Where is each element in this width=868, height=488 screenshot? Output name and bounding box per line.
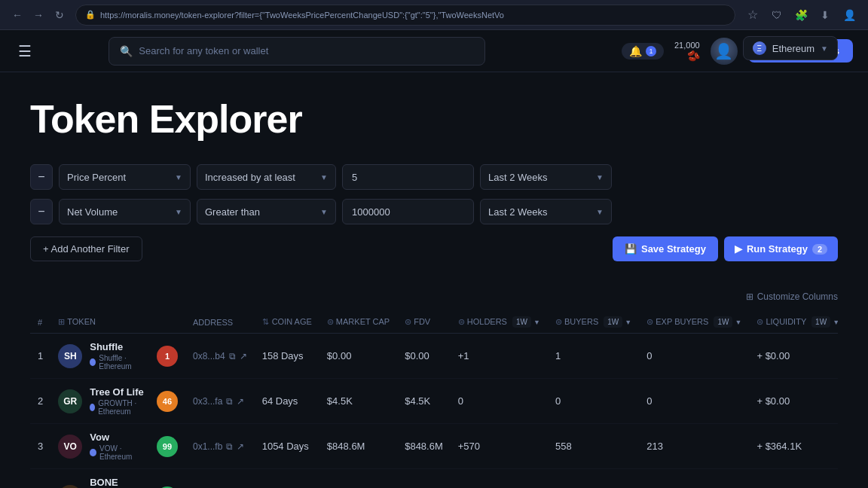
back-button[interactable]: ←	[9, 7, 26, 23]
main-content: Token Explorer Ξ Ethereum ▼ − Price Perc…	[0, 72, 868, 488]
beans-icon: 🫘	[687, 50, 700, 62]
col-liquidity[interactable]: ⊜LIQUIDITY 1W ▼	[749, 311, 838, 334]
extensions-button[interactable]: 🧩	[791, 5, 811, 25]
address-cell: 0x1...fb ⧉ ↗	[185, 424, 255, 469]
profile-button[interactable]: 👤	[839, 5, 859, 25]
chevron-down-icon: ▼	[735, 319, 742, 326]
save-strategy-button[interactable]: 💾 Save Strategy	[613, 236, 718, 261]
row-number: 2	[30, 379, 50, 424]
avatar-inner: 👤	[711, 38, 738, 65]
filter-1-value-input[interactable]: 5	[342, 164, 474, 190]
remove-filter-1-button[interactable]: −	[30, 164, 53, 190]
token-subtitle: Shuffle · Ethereum	[90, 354, 149, 371]
add-filter-button[interactable]: + Add Another Filter	[30, 236, 142, 261]
filter-1-timeframe-select[interactable]: Last 2 Weeks ▼	[480, 164, 612, 190]
token-table: # ⊞TOKEN ADDRESS ⇅COIN AGE ⊜MARKET CAP ⊜…	[30, 311, 838, 488]
run-strategy-button[interactable]: ▶ Run Strategy 2	[724, 236, 838, 261]
table-row[interactable]: 4 BO BONE SHIBASWAP BONE · Ethereum 99 0…	[30, 469, 838, 489]
buyers-cell: 1450	[548, 469, 639, 489]
holders-timeframe: 1W	[512, 316, 531, 328]
browser-address-bar[interactable]: 🔒 https://moralis.money/token-explorer?f…	[75, 5, 735, 26]
chevron-down-icon: ▼	[320, 208, 328, 216]
shield-icon[interactable]: 🛡	[767, 5, 787, 25]
browser-url: https://moralis.money/token-explorer?fil…	[100, 11, 504, 20]
fdv-cell: $280.9M	[397, 469, 451, 489]
table-row[interactable]: 3 VO Vow VOW · Ethereum 99 0x1...fb ⧉ ↗	[30, 424, 838, 469]
token-subtitle: GROWTH · Ethereum	[90, 399, 149, 416]
refresh-button[interactable]: ↻	[51, 7, 68, 23]
token-cell: VO Vow VOW · Ethereum 99	[50, 424, 185, 469]
forward-button[interactable]: →	[30, 7, 47, 23]
filter-2-category-select[interactable]: Net Volume ▼	[59, 199, 191, 224]
table-scroll[interactable]: # ⊞TOKEN ADDRESS ⇅COIN AGE ⊜MARKET CAP ⊜…	[30, 311, 838, 488]
chevron-down-icon: ▼	[596, 173, 604, 181]
filter-icon: ⊜	[555, 317, 562, 326]
fdv-cell: $4.5K	[397, 379, 451, 424]
browser-bar: ← → ↻ 🔒 https://moralis.money/token-expl…	[0, 0, 868, 30]
save-icon: 💾	[625, 243, 637, 255]
col-num[interactable]: #	[30, 311, 50, 334]
customize-columns-button[interactable]: ⊞ Customize Columns	[746, 291, 838, 302]
token-avatar: SH	[58, 344, 82, 368]
exp-buyers-timeframe: 1W	[714, 316, 732, 328]
market-cap-cell: $4.5K	[319, 379, 397, 424]
eth-mini-icon	[90, 404, 95, 411]
filter-2-timeframe-select[interactable]: Last 2 Weeks ▼	[480, 199, 612, 224]
token-cell: BO BONE SHIBASWAP BONE · Ethereum 99	[50, 469, 185, 489]
filter-row-1: − Price Percent ▼ Increased by at least …	[30, 164, 838, 190]
coin-age-cell: 1054 Days	[255, 424, 319, 469]
table-area: ⊞ Customize Columns # ⊞TOKEN ADDRESS ⇅CO…	[30, 291, 838, 488]
notification-icon: 🔔	[629, 45, 642, 57]
copy-address-icon[interactable]: ⧉	[226, 441, 233, 452]
bookmark-button[interactable]: ☆	[743, 5, 763, 25]
address-text: 0x1...fb	[193, 441, 222, 452]
filter-icon: ⊜	[405, 317, 411, 326]
market-cap-cell: $0.00	[319, 334, 397, 379]
address-text: 0x8...b4	[193, 351, 225, 361]
buyers-cell: 558	[548, 424, 639, 469]
run-icon: ▶	[735, 243, 742, 255]
filter-2-condition-select[interactable]: Greater than ▼	[197, 199, 336, 224]
filter-icon: ⊜	[646, 317, 653, 326]
external-link-icon[interactable]: ↗	[237, 441, 244, 452]
buyers-timeframe: 1W	[604, 316, 622, 328]
col-address[interactable]: ADDRESS	[185, 311, 255, 334]
filter-2-value-input[interactable]: 1000000	[342, 199, 474, 224]
col-token[interactable]: ⊞TOKEN	[50, 311, 185, 334]
col-market-cap[interactable]: ⊜MARKET CAP	[319, 311, 397, 334]
table-row[interactable]: 1 SH Shuffle Shuffle · Ethereum 1 0x8...…	[30, 334, 838, 379]
search-bar[interactable]: 🔍 Search for any token or wallet	[108, 37, 485, 66]
avatar[interactable]: 👤	[711, 38, 738, 65]
col-coin-age[interactable]: ⇅COIN AGE	[255, 311, 319, 334]
network-selector[interactable]: Ξ Ethereum ▼	[743, 36, 838, 60]
eth-mini-icon	[90, 449, 96, 456]
row-number: 3	[30, 424, 50, 469]
table-row[interactable]: 2 GR Tree Of Life GROWTH · Ethereum 46 0…	[30, 379, 838, 424]
columns-icon: ⊞	[746, 291, 753, 302]
filter-1-category-select[interactable]: Price Percent ▼	[59, 164, 191, 190]
col-fdv[interactable]: ⊜FDV	[397, 311, 451, 334]
chevron-down-icon: ▼	[833, 319, 838, 326]
hamburger-menu[interactable]: ☰	[15, 39, 35, 63]
buyers-cell: 0	[548, 379, 639, 424]
token-avatar: BO	[58, 485, 82, 488]
chevron-down-icon: ▼	[175, 173, 182, 181]
filter-1-condition-select[interactable]: Increased by at least ▼	[197, 164, 336, 190]
col-exp-buyers[interactable]: ⊜EXP BUYERS 1W ▼	[639, 311, 749, 334]
col-buyers[interactable]: ⊜BUYERS 1W ▼	[548, 311, 639, 334]
address-cell: 0x8...b4 ⧉ ↗	[185, 334, 255, 379]
exp-buyers-cell: 213	[639, 424, 749, 469]
chevron-down-icon: ▼	[821, 44, 828, 53]
search-placeholder: Search for any token or wallet	[139, 45, 268, 56]
remove-filter-2-button[interactable]: −	[30, 199, 53, 224]
search-icon: 🔍	[120, 45, 133, 57]
download-button[interactable]: ⬇	[815, 5, 835, 25]
liquidity-timeframe: 1W	[811, 316, 830, 328]
browser-actions: ☆ 🛡 🧩 ⬇ 👤	[743, 5, 859, 25]
copy-address-icon[interactable]: ⧉	[226, 396, 233, 407]
external-link-icon[interactable]: ↗	[240, 351, 247, 361]
holders-cell: 0	[451, 379, 548, 424]
external-link-icon[interactable]: ↗	[237, 396, 244, 407]
copy-address-icon[interactable]: ⧉	[229, 351, 236, 361]
col-holders[interactable]: ⊜HOLDERS 1W ▼	[451, 311, 548, 334]
